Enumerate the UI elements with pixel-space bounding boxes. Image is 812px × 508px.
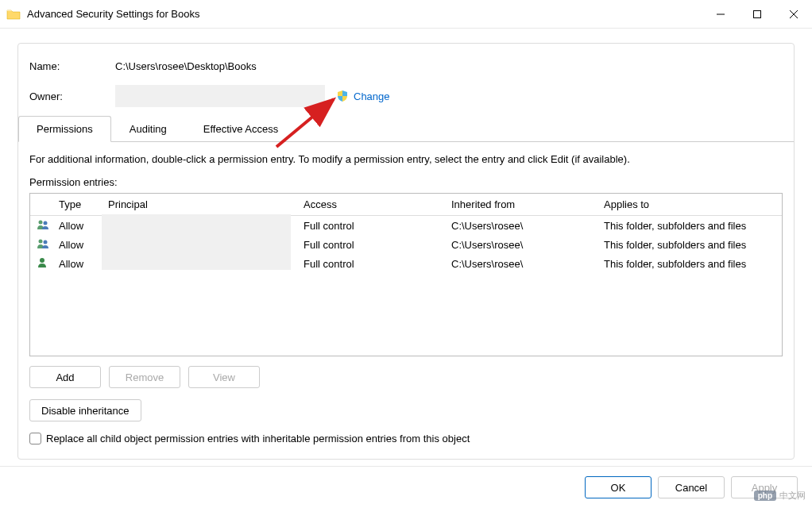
- owner-field-row: Owner: Change: [29, 85, 794, 107]
- disable-inheritance-button[interactable]: Disable inheritance: [29, 399, 141, 421]
- titlebar: Advanced Security Settings for Books: [0, 0, 812, 29]
- remove-button[interactable]: Remove: [109, 366, 180, 388]
- tab-content: For additional information, double-click…: [18, 142, 794, 356]
- svg-point-5: [44, 221, 48, 225]
- svg-point-6: [39, 239, 43, 243]
- header-applies[interactable]: Applies to: [597, 198, 782, 210]
- maximize-button[interactable]: [739, 0, 775, 29]
- header-type[interactable]: Type: [52, 198, 102, 210]
- tab-permissions[interactable]: Permissions: [18, 116, 111, 142]
- action-buttons: Add Remove View: [29, 366, 794, 388]
- footer-separator: [0, 466, 812, 467]
- table-header: Type Principal Access Inherited from App…: [30, 194, 782, 216]
- name-label: Name:: [29, 60, 115, 72]
- permissions-table: Type Principal Access Inherited from App…: [29, 193, 783, 356]
- entries-label: Permission entries:: [29, 176, 783, 188]
- maximize-icon: [753, 10, 761, 18]
- principal-redacted: [102, 214, 291, 270]
- watermark-text: 中文网: [779, 490, 806, 502]
- name-value: C:\Users\rosee\Desktop\Books: [115, 60, 257, 72]
- minimize-icon: [717, 10, 725, 18]
- svg-point-4: [39, 220, 43, 224]
- header-principal[interactable]: Principal: [102, 198, 297, 210]
- header-inherited[interactable]: Inherited from: [445, 198, 597, 210]
- cancel-button[interactable]: Cancel: [658, 476, 725, 498]
- window-title: Advanced Security Settings for Books: [27, 8, 702, 20]
- name-field-row: Name: C:\Users\rosee\Desktop\Books: [29, 55, 794, 77]
- close-button[interactable]: [775, 0, 812, 29]
- replace-checkbox[interactable]: [29, 433, 41, 444]
- folder-icon: [6, 9, 21, 20]
- close-icon: [790, 10, 798, 18]
- tab-auditing[interactable]: Auditing: [111, 116, 185, 142]
- owner-label: Owner:: [29, 90, 115, 102]
- users-icon: [37, 219, 51, 230]
- watermark-badge: php: [754, 491, 776, 501]
- tab-bar: Permissions Auditing Effective Access: [18, 115, 794, 142]
- shield-icon: [336, 90, 349, 102]
- window-controls: [702, 0, 812, 28]
- minimize-button[interactable]: [702, 0, 739, 29]
- tab-effective-access[interactable]: Effective Access: [185, 116, 296, 142]
- view-button[interactable]: View: [188, 366, 260, 388]
- header-access[interactable]: Access: [297, 198, 445, 210]
- svg-rect-1: [754, 11, 761, 18]
- replace-checkbox-label: Replace all child object permission entr…: [46, 433, 470, 444]
- ok-button[interactable]: OK: [585, 476, 652, 498]
- user-icon: [37, 257, 51, 268]
- change-owner-link[interactable]: Change: [354, 90, 390, 102]
- replace-checkbox-row: Replace all child object permission entr…: [29, 433, 794, 444]
- users-icon: [37, 238, 51, 249]
- owner-value-box: [115, 85, 325, 107]
- info-text: For additional information, double-click…: [29, 153, 783, 165]
- watermark: php 中文网: [754, 490, 806, 502]
- add-button[interactable]: Add: [29, 366, 101, 388]
- svg-point-8: [40, 258, 44, 263]
- main-panel: Name: C:\Users\rosee\Desktop\Books Owner…: [17, 43, 795, 460]
- svg-point-7: [44, 240, 48, 244]
